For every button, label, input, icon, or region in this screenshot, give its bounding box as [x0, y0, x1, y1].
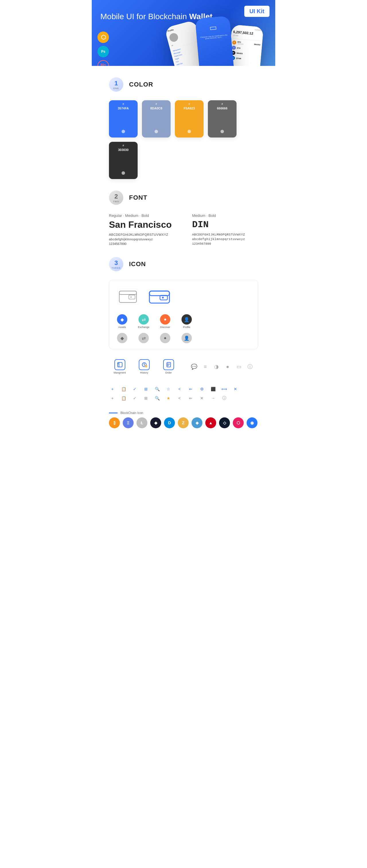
font-block-din: Medium · Bold DIN ABCDEFGHIJKLMNOPQRSTUV… [192, 213, 258, 246]
svg-rect-8 [149, 291, 169, 303]
discover-icon-gray: ● [160, 333, 170, 343]
icon-section-title: ICON [129, 260, 146, 268]
exchange-icon: ⇄ [139, 314, 149, 324]
svg-rect-23 [167, 363, 167, 366]
blockchain-label-row: BlockChain Icon [109, 411, 258, 414]
star-icon: ☆ [165, 385, 172, 393]
swatch-orange: # F5A623 [175, 100, 204, 137]
color-section-title: COLOR [129, 81, 153, 88]
add-icon: + [109, 385, 116, 393]
check-icon-gray: ✓ [131, 395, 138, 402]
misc-icons-row: 💬 ≡ ◑ ● ▭ ⓘ [191, 359, 253, 374]
wallet-solid-icon [146, 286, 172, 309]
grid-icon: ⊞ [142, 385, 149, 393]
ethereum-icon: Ξ [123, 417, 134, 428]
section-number-2: 2 TWO [109, 190, 123, 205]
history-icon-item: History [136, 359, 152, 374]
search-icon-gray: 🔍 [154, 395, 161, 402]
blockchain-line [109, 412, 117, 413]
box-icon: ⬛ [209, 385, 217, 393]
profile-icon: 👤 [181, 314, 192, 324]
share-icon-gray: ⇐ [187, 395, 194, 402]
moon-icon: ◑ [213, 363, 220, 370]
svg-rect-4 [119, 291, 137, 303]
nav-icon-assets-gray: ◆ [115, 333, 129, 343]
message-icon: ▭ [235, 363, 242, 370]
section-number-3: 3 THREE [109, 257, 123, 271]
discover-icon: ● [160, 314, 170, 324]
forward-icon-gray: → [209, 395, 217, 402]
screens-badge: 60+ Screens [97, 60, 109, 66]
nav-icon-discover-gray: ● [158, 333, 172, 343]
color-section-header: 1 ONE COLOR [109, 78, 258, 92]
blackcoin-icon: ◆ [150, 417, 161, 428]
share-icon: ⇐ [187, 385, 194, 393]
nav-icon-profile: 👤 Profile [179, 314, 194, 329]
augur-icon: ▲ [205, 417, 216, 428]
dash-icon: D [164, 417, 175, 428]
close-x-icon-gray: ✕ [198, 395, 205, 402]
nav-icon-discover: ● Discover [158, 314, 172, 329]
bitcoin-icon: ₿ [109, 417, 120, 428]
back-icon: < [176, 385, 183, 393]
info-icon: ⓘ [247, 363, 253, 370]
profile-icon-gray: 👤 [181, 333, 192, 343]
waves-icon: ◇ [219, 417, 230, 428]
layers-icon: ≡ [202, 363, 209, 370]
nav-icons-group: ◆ Assets ⇄ Exchange ● Discover 👤 Profile [115, 314, 194, 343]
nav-icon-profile-gray: 👤 [179, 333, 194, 343]
phones-area: Profile AI Manpower Message RateCoins Ni… [172, 17, 275, 66]
search-icon: 🔍 [154, 385, 161, 393]
order-icon-item: Order [161, 359, 176, 374]
zcash-icon: Z [178, 417, 189, 428]
svg-rect-5 [119, 291, 137, 294]
svg-point-7 [131, 297, 132, 298]
phone-center: ▭ Character may be manifested in the gre… [195, 16, 235, 66]
action-icons-gray-row: + 📋 ✓ ⊞ 🔍 ★ < ⇐ ✕ → ⓘ [109, 395, 258, 402]
font-section-title: FONT [129, 194, 147, 202]
ui-kit-badge: UI Kit [244, 6, 270, 17]
swatch-blue: # 3574FA [109, 100, 138, 137]
nav-icon-exchange: ⇄ Exchange [137, 314, 151, 329]
color-swatches: # 3574FA # 8DA0C8 # F5A623 # 666666 # 30… [109, 100, 258, 179]
back-icon-gray: < [176, 395, 183, 402]
management-icon-item: Mangment [112, 359, 128, 374]
iota-icon: ◈ [192, 417, 202, 428]
ankr-icon: ◉ [247, 417, 257, 428]
main-content: 1 ONE COLOR # 3574FA # 8DA0C8 # F5A623 #… [92, 66, 275, 440]
settings-icon: ⚙ [198, 385, 205, 393]
nav-icon-assets: ◆ Assets [115, 314, 129, 329]
hero-section: Mobile UI for Blockchain Wallet UI Kit ⬡… [92, 0, 275, 66]
hero-badges: ⬡ Ps 60+ Screens [97, 32, 109, 66]
blockchain-section: BlockChain Icon ₿ Ξ Ł ◆ D Z ◈ ▲ ◇ ⬡ ◉ [109, 411, 258, 428]
crypto-icons-row: ₿ Ξ Ł ◆ D Z ◈ ▲ ◇ ⬡ ◉ [109, 417, 258, 428]
sketch-badge: ⬡ [97, 32, 109, 43]
svg-point-11 [162, 297, 164, 299]
icon-grid-main: ◆ Assets ⇄ Exchange ● Discover 👤 Profile [109, 280, 258, 349]
litecoin-icon: Ł [137, 417, 147, 428]
action-icons-blue-row: + 📋 ✓ ⊞ 🔍 ☆ < ⇐ ⚙ ⬛ ⟺ ✕ [109, 385, 258, 393]
nav-icon-exchange-gray: ⇄ [137, 333, 151, 343]
clipboard-icon-gray: 📋 [120, 395, 127, 402]
font-section-header: 2 TWO FONT [109, 190, 258, 205]
grid-icon-gray: ⊞ [142, 395, 149, 402]
info-circle-icon-gray: ⓘ [221, 395, 228, 402]
management-icon [114, 359, 125, 370]
order-icon [163, 359, 174, 370]
swap-icon: ⟺ [221, 385, 228, 393]
swatch-gray-blue: # 8DA0C8 [142, 100, 171, 137]
svg-rect-6 [129, 295, 135, 299]
assets-icon-gray: ◆ [117, 333, 127, 343]
close-icon: ✕ [232, 385, 239, 393]
action-icons-section: + 📋 ✓ ⊞ 🔍 ☆ < ⇐ ⚙ ⬛ ⟺ ✕ + 📋 ✓ ⊞ 🔍 ★ < ⇐ … [109, 384, 258, 405]
svg-rect-9 [149, 291, 169, 296]
matic-icon: ⬡ [233, 417, 244, 428]
chat-icon: 💬 [191, 363, 198, 370]
add-icon-gray: + [109, 395, 116, 402]
star-filled-icon: ★ [165, 395, 172, 402]
section-number-1: 1 ONE [109, 78, 123, 92]
app-icons-row: Mangment History [109, 355, 258, 378]
check-icon: ✓ [131, 385, 138, 393]
history-icon [139, 359, 150, 370]
assets-icon: ◆ [117, 314, 127, 324]
